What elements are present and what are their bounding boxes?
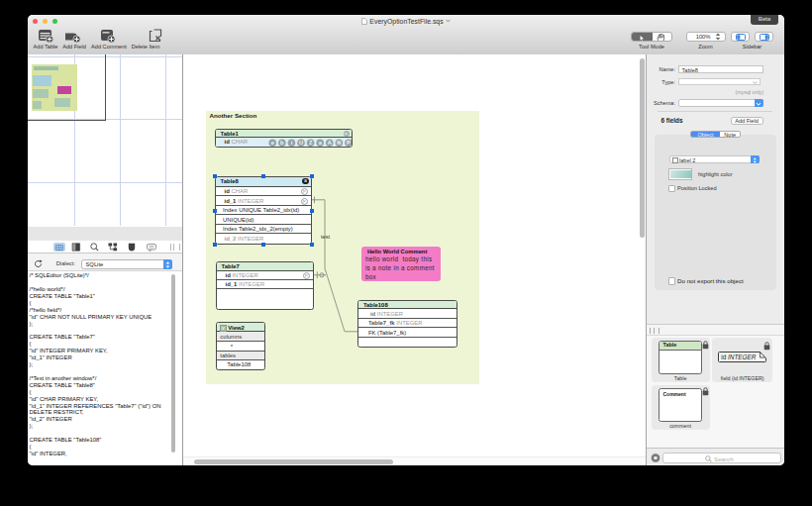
svg-text:N: N [337,140,341,146]
svg-text:P: P [347,140,351,146]
svg-text:Z: Z [308,140,312,146]
svg-text:b: b [280,140,284,146]
svg-text:U: U [298,140,302,146]
svg-text:e: e [270,140,273,146]
svg-text:A: A [327,140,331,146]
